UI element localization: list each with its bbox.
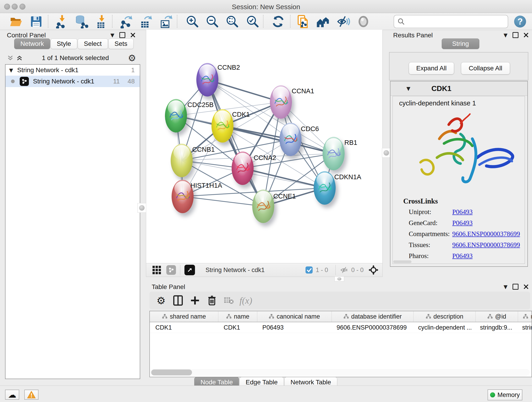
grid-view-icon[interactable]: [152, 265, 162, 275]
delete-table-button[interactable]: [220, 293, 237, 308]
expand-all-button[interactable]: Expand All: [409, 62, 454, 75]
panel-float-icon[interactable]: [513, 32, 519, 38]
bottom-splitter-handle[interactable]: [335, 276, 344, 281]
left-splitter-handle[interactable]: [138, 203, 146, 213]
function-builder-button[interactable]: f(x): [237, 293, 254, 308]
memory-button[interactable]: Memory: [488, 389, 522, 400]
show-columns-button[interactable]: [170, 293, 186, 308]
save-session-button[interactable]: [29, 14, 44, 29]
network-row-selected[interactable]: String Network - cdk1 11 48: [6, 76, 140, 87]
node-CDC25B[interactable]: [165, 99, 187, 133]
panel-close-icon[interactable]: [524, 32, 529, 38]
delete-column-button[interactable]: [203, 293, 220, 308]
table-row[interactable]: CDK1CDK1P064939606.ENSP00000378699cyclin…: [150, 322, 532, 333]
entry-disclosure-icon[interactable]: ▼: [406, 86, 410, 91]
node-CCNB1[interactable]: [171, 144, 193, 177]
node-CCNA1[interactable]: [270, 85, 292, 119]
copy-network-button[interactable]: [296, 14, 310, 29]
table-cell[interactable]: CDK1: [150, 322, 218, 333]
panel-menu-icon[interactable]: ▼: [504, 32, 507, 38]
table-cell[interactable]: stringdb: [517, 322, 532, 333]
table-cell[interactable]: 9606.ENSP00000378699: [331, 322, 413, 333]
zoom-selected-button[interactable]: [245, 14, 260, 29]
birdseye-icon[interactable]: [184, 265, 195, 275]
panel-close-icon[interactable]: [130, 32, 135, 38]
results-scrollbar[interactable]: [393, 260, 412, 263]
node-CCNA2[interactable]: [232, 152, 254, 185]
sitemap-icon: [523, 314, 528, 319]
collapse-all-icon[interactable]: [7, 55, 14, 61]
gray-eye-button[interactable]: [356, 14, 371, 29]
node-CCNE1[interactable]: [252, 190, 274, 223]
node-RB1[interactable]: [323, 137, 345, 170]
collapse-all-button[interactable]: Collapse All: [461, 62, 510, 75]
table-cell[interactable]: stringdb:9...: [475, 322, 517, 333]
column-header-3[interactable]: database identifier: [332, 311, 413, 322]
import-network-database-button[interactable]: [74, 14, 89, 29]
panel-float-icon[interactable]: [119, 32, 125, 38]
cloud-button[interactable]: ☁: [5, 390, 19, 400]
gear-icon[interactable]: ⚙: [128, 53, 136, 63]
table-hscroll-thumb[interactable]: [151, 370, 192, 375]
network-canvas[interactable]: CCNB2CCNA1CDC25BCDK1CDC6RB1CCNB1CCNA2CDK…: [146, 30, 383, 263]
warnings-button[interactable]: [24, 390, 38, 400]
crosslink-link[interactable]: 9606.ENSP00000378699: [452, 241, 520, 249]
tab-sets[interactable]: Sets: [108, 38, 133, 49]
column-label: namespac: [531, 313, 532, 320]
column-header-2[interactable]: canonical name: [257, 311, 332, 322]
crosslink-link[interactable]: 9606.ENSP00000378699: [452, 230, 520, 238]
hide-selected-button[interactable]: [336, 14, 351, 29]
disclosure-icon[interactable]: ▼: [9, 67, 13, 73]
zoom-out-button[interactable]: [205, 14, 220, 29]
selected-checkbox-icon[interactable]: [305, 266, 313, 274]
column-header-4[interactable]: description: [413, 311, 476, 322]
column-header-6[interactable]: namespac: [518, 311, 532, 322]
expand-all-icon[interactable]: [16, 55, 23, 61]
node-CCNB2[interactable]: [196, 63, 218, 96]
import-table-file-button[interactable]: [94, 14, 109, 29]
table-cell[interactable]: CDK1: [218, 322, 257, 333]
refresh-button[interactable]: [271, 14, 285, 29]
node-CDKN1A[interactable]: [314, 171, 336, 205]
panel-menu-icon[interactable]: ▼: [110, 32, 114, 38]
import-network-file-button[interactable]: [55, 14, 70, 29]
right-splitter-handle[interactable]: [382, 148, 391, 158]
open-session-button[interactable]: [9, 14, 23, 29]
network-view-icon[interactable]: [166, 265, 176, 275]
panel-menu-icon[interactable]: ▼: [504, 284, 507, 290]
tab-network[interactable]: Network: [14, 38, 50, 49]
zoom-in-button[interactable]: [185, 14, 200, 29]
create-column-button[interactable]: [186, 293, 203, 308]
table-cell[interactable]: cyclin-dependent ...: [413, 322, 475, 333]
column-header-1[interactable]: name: [218, 311, 257, 322]
table-cell[interactable]: P06493: [257, 322, 331, 333]
search-input[interactable]: [405, 17, 508, 26]
help-button[interactable]: ?: [513, 14, 527, 29]
crosslink-link[interactable]: P06493: [452, 252, 473, 260]
node-CDK1[interactable]: [211, 109, 234, 143]
entry-header[interactable]: ▼ CDK1: [390, 81, 527, 96]
results-tabs: String: [442, 38, 480, 49]
edge-CCNA2-CDKN1A[interactable]: [243, 168, 325, 188]
help-icon: ?: [514, 16, 526, 27]
crosslink-link[interactable]: P06493: [452, 219, 473, 227]
table-settings-button[interactable]: ⚙: [152, 293, 170, 308]
export-table-button[interactable]: [139, 14, 153, 29]
houses-button[interactable]: [316, 14, 331, 29]
panel-float-icon[interactable]: [513, 284, 519, 290]
node-CDC6[interactable]: [279, 123, 302, 156]
export-network-button[interactable]: [119, 14, 133, 29]
table-hscrollbar[interactable]: [150, 369, 530, 376]
zoom-fit-button[interactable]: [225, 14, 240, 29]
export-image-button[interactable]: [159, 14, 174, 29]
tab-style[interactable]: Style: [51, 38, 77, 49]
edge-HIST1H1A-CCNE1[interactable]: [183, 196, 263, 206]
crosslink-link[interactable]: P06493: [452, 208, 473, 216]
network-collection-row[interactable]: ▼ String Network - cdk1 1: [6, 65, 140, 76]
panel-close-icon[interactable]: [524, 284, 529, 289]
tab-select[interactable]: Select: [78, 38, 108, 49]
column-header-0[interactable]: shared name: [150, 311, 218, 322]
tab-string[interactable]: String: [442, 38, 479, 49]
column-header-5[interactable]: @id: [476, 311, 518, 322]
crosshair-icon[interactable]: [368, 265, 379, 275]
